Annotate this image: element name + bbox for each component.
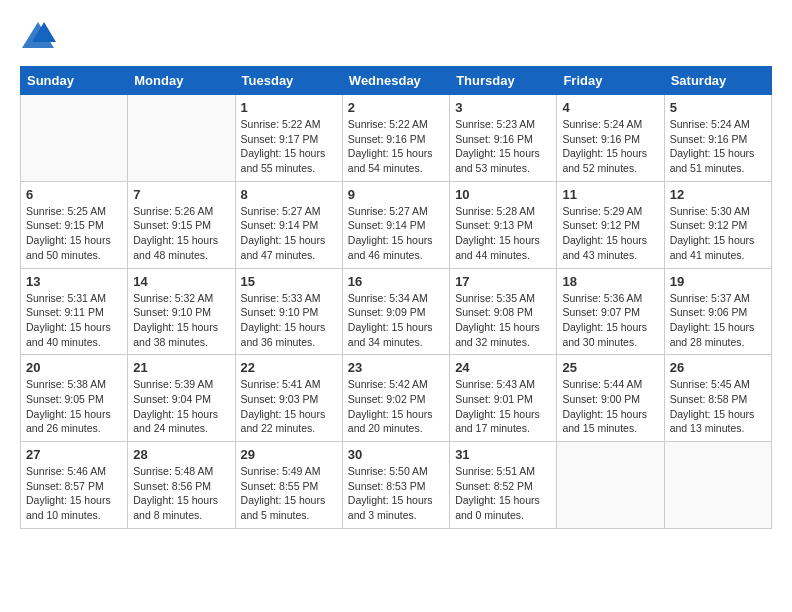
day-number: 28 <box>133 447 229 462</box>
day-number: 7 <box>133 187 229 202</box>
day-info: Sunrise: 5:39 AM Sunset: 9:04 PM Dayligh… <box>133 377 229 436</box>
col-header-tuesday: Tuesday <box>235 67 342 95</box>
day-cell: 17Sunrise: 5:35 AM Sunset: 9:08 PM Dayli… <box>450 268 557 355</box>
day-number: 24 <box>455 360 551 375</box>
day-number: 20 <box>26 360 122 375</box>
week-row-5: 27Sunrise: 5:46 AM Sunset: 8:57 PM Dayli… <box>21 442 772 529</box>
day-number: 21 <box>133 360 229 375</box>
col-header-sunday: Sunday <box>21 67 128 95</box>
day-cell: 25Sunrise: 5:44 AM Sunset: 9:00 PM Dayli… <box>557 355 664 442</box>
day-number: 1 <box>241 100 337 115</box>
day-cell: 1Sunrise: 5:22 AM Sunset: 9:17 PM Daylig… <box>235 95 342 182</box>
day-number: 4 <box>562 100 658 115</box>
day-number: 6 <box>26 187 122 202</box>
day-number: 23 <box>348 360 444 375</box>
day-cell: 12Sunrise: 5:30 AM Sunset: 9:12 PM Dayli… <box>664 181 771 268</box>
day-number: 5 <box>670 100 766 115</box>
day-cell <box>128 95 235 182</box>
day-cell: 24Sunrise: 5:43 AM Sunset: 9:01 PM Dayli… <box>450 355 557 442</box>
col-header-monday: Monday <box>128 67 235 95</box>
day-info: Sunrise: 5:23 AM Sunset: 9:16 PM Dayligh… <box>455 117 551 176</box>
day-number: 29 <box>241 447 337 462</box>
day-cell: 22Sunrise: 5:41 AM Sunset: 9:03 PM Dayli… <box>235 355 342 442</box>
day-number: 18 <box>562 274 658 289</box>
week-row-4: 20Sunrise: 5:38 AM Sunset: 9:05 PM Dayli… <box>21 355 772 442</box>
day-info: Sunrise: 5:28 AM Sunset: 9:13 PM Dayligh… <box>455 204 551 263</box>
day-cell: 8Sunrise: 5:27 AM Sunset: 9:14 PM Daylig… <box>235 181 342 268</box>
week-row-3: 13Sunrise: 5:31 AM Sunset: 9:11 PM Dayli… <box>21 268 772 355</box>
day-info: Sunrise: 5:26 AM Sunset: 9:15 PM Dayligh… <box>133 204 229 263</box>
day-info: Sunrise: 5:44 AM Sunset: 9:00 PM Dayligh… <box>562 377 658 436</box>
day-number: 27 <box>26 447 122 462</box>
day-cell: 30Sunrise: 5:50 AM Sunset: 8:53 PM Dayli… <box>342 442 449 529</box>
day-number: 11 <box>562 187 658 202</box>
calendar-header-row: SundayMondayTuesdayWednesdayThursdayFrid… <box>21 67 772 95</box>
week-row-1: 1Sunrise: 5:22 AM Sunset: 9:17 PM Daylig… <box>21 95 772 182</box>
calendar-table: SundayMondayTuesdayWednesdayThursdayFrid… <box>20 66 772 529</box>
day-cell: 6Sunrise: 5:25 AM Sunset: 9:15 PM Daylig… <box>21 181 128 268</box>
day-cell: 10Sunrise: 5:28 AM Sunset: 9:13 PM Dayli… <box>450 181 557 268</box>
day-number: 14 <box>133 274 229 289</box>
day-info: Sunrise: 5:33 AM Sunset: 9:10 PM Dayligh… <box>241 291 337 350</box>
day-number: 16 <box>348 274 444 289</box>
day-cell: 31Sunrise: 5:51 AM Sunset: 8:52 PM Dayli… <box>450 442 557 529</box>
day-info: Sunrise: 5:38 AM Sunset: 9:05 PM Dayligh… <box>26 377 122 436</box>
col-header-friday: Friday <box>557 67 664 95</box>
day-number: 3 <box>455 100 551 115</box>
day-cell: 18Sunrise: 5:36 AM Sunset: 9:07 PM Dayli… <box>557 268 664 355</box>
day-cell: 28Sunrise: 5:48 AM Sunset: 8:56 PM Dayli… <box>128 442 235 529</box>
day-info: Sunrise: 5:46 AM Sunset: 8:57 PM Dayligh… <box>26 464 122 523</box>
day-info: Sunrise: 5:24 AM Sunset: 9:16 PM Dayligh… <box>562 117 658 176</box>
day-info: Sunrise: 5:36 AM Sunset: 9:07 PM Dayligh… <box>562 291 658 350</box>
day-cell <box>664 442 771 529</box>
day-cell: 13Sunrise: 5:31 AM Sunset: 9:11 PM Dayli… <box>21 268 128 355</box>
day-cell: 15Sunrise: 5:33 AM Sunset: 9:10 PM Dayli… <box>235 268 342 355</box>
day-info: Sunrise: 5:41 AM Sunset: 9:03 PM Dayligh… <box>241 377 337 436</box>
day-number: 2 <box>348 100 444 115</box>
day-cell: 21Sunrise: 5:39 AM Sunset: 9:04 PM Dayli… <box>128 355 235 442</box>
day-cell: 16Sunrise: 5:34 AM Sunset: 9:09 PM Dayli… <box>342 268 449 355</box>
day-info: Sunrise: 5:27 AM Sunset: 9:14 PM Dayligh… <box>348 204 444 263</box>
col-header-thursday: Thursday <box>450 67 557 95</box>
day-info: Sunrise: 5:45 AM Sunset: 8:58 PM Dayligh… <box>670 377 766 436</box>
day-info: Sunrise: 5:31 AM Sunset: 9:11 PM Dayligh… <box>26 291 122 350</box>
day-info: Sunrise: 5:42 AM Sunset: 9:02 PM Dayligh… <box>348 377 444 436</box>
day-number: 31 <box>455 447 551 462</box>
day-info: Sunrise: 5:49 AM Sunset: 8:55 PM Dayligh… <box>241 464 337 523</box>
day-info: Sunrise: 5:37 AM Sunset: 9:06 PM Dayligh… <box>670 291 766 350</box>
day-cell: 14Sunrise: 5:32 AM Sunset: 9:10 PM Dayli… <box>128 268 235 355</box>
day-number: 8 <box>241 187 337 202</box>
day-number: 22 <box>241 360 337 375</box>
day-info: Sunrise: 5:50 AM Sunset: 8:53 PM Dayligh… <box>348 464 444 523</box>
day-number: 13 <box>26 274 122 289</box>
day-info: Sunrise: 5:35 AM Sunset: 9:08 PM Dayligh… <box>455 291 551 350</box>
day-cell: 23Sunrise: 5:42 AM Sunset: 9:02 PM Dayli… <box>342 355 449 442</box>
day-number: 10 <box>455 187 551 202</box>
day-info: Sunrise: 5:32 AM Sunset: 9:10 PM Dayligh… <box>133 291 229 350</box>
day-info: Sunrise: 5:30 AM Sunset: 9:12 PM Dayligh… <box>670 204 766 263</box>
day-cell: 26Sunrise: 5:45 AM Sunset: 8:58 PM Dayli… <box>664 355 771 442</box>
day-cell: 4Sunrise: 5:24 AM Sunset: 9:16 PM Daylig… <box>557 95 664 182</box>
day-cell <box>21 95 128 182</box>
page-header <box>20 20 772 50</box>
day-cell: 7Sunrise: 5:26 AM Sunset: 9:15 PM Daylig… <box>128 181 235 268</box>
day-info: Sunrise: 5:29 AM Sunset: 9:12 PM Dayligh… <box>562 204 658 263</box>
day-number: 15 <box>241 274 337 289</box>
day-info: Sunrise: 5:22 AM Sunset: 9:16 PM Dayligh… <box>348 117 444 176</box>
day-cell: 27Sunrise: 5:46 AM Sunset: 8:57 PM Dayli… <box>21 442 128 529</box>
day-cell <box>557 442 664 529</box>
day-number: 19 <box>670 274 766 289</box>
week-row-2: 6Sunrise: 5:25 AM Sunset: 9:15 PM Daylig… <box>21 181 772 268</box>
day-number: 17 <box>455 274 551 289</box>
col-header-wednesday: Wednesday <box>342 67 449 95</box>
day-info: Sunrise: 5:25 AM Sunset: 9:15 PM Dayligh… <box>26 204 122 263</box>
day-cell: 19Sunrise: 5:37 AM Sunset: 9:06 PM Dayli… <box>664 268 771 355</box>
day-number: 30 <box>348 447 444 462</box>
day-number: 9 <box>348 187 444 202</box>
col-header-saturday: Saturday <box>664 67 771 95</box>
day-info: Sunrise: 5:48 AM Sunset: 8:56 PM Dayligh… <box>133 464 229 523</box>
day-info: Sunrise: 5:51 AM Sunset: 8:52 PM Dayligh… <box>455 464 551 523</box>
day-cell: 9Sunrise: 5:27 AM Sunset: 9:14 PM Daylig… <box>342 181 449 268</box>
day-cell: 5Sunrise: 5:24 AM Sunset: 9:16 PM Daylig… <box>664 95 771 182</box>
day-info: Sunrise: 5:22 AM Sunset: 9:17 PM Dayligh… <box>241 117 337 176</box>
